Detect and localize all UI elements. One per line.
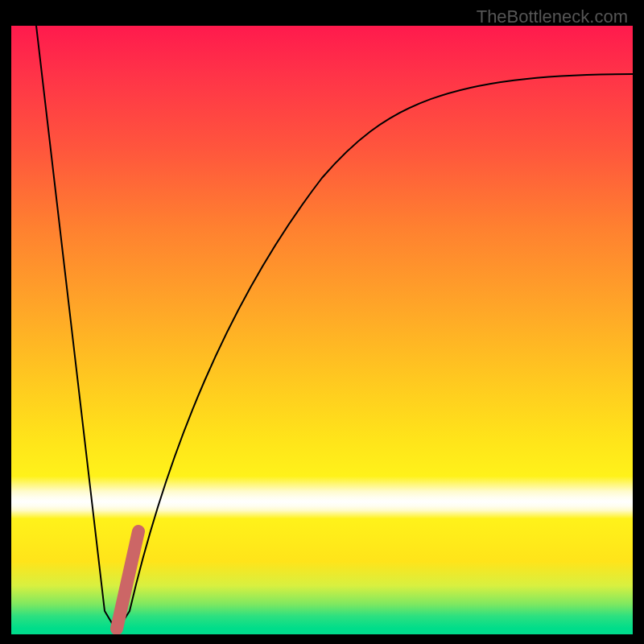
plot-area xyxy=(11,26,633,634)
watermark-text: TheBottleneck.com xyxy=(477,6,628,27)
bottleneck-curve xyxy=(36,26,633,631)
curve-overlay xyxy=(11,26,633,634)
